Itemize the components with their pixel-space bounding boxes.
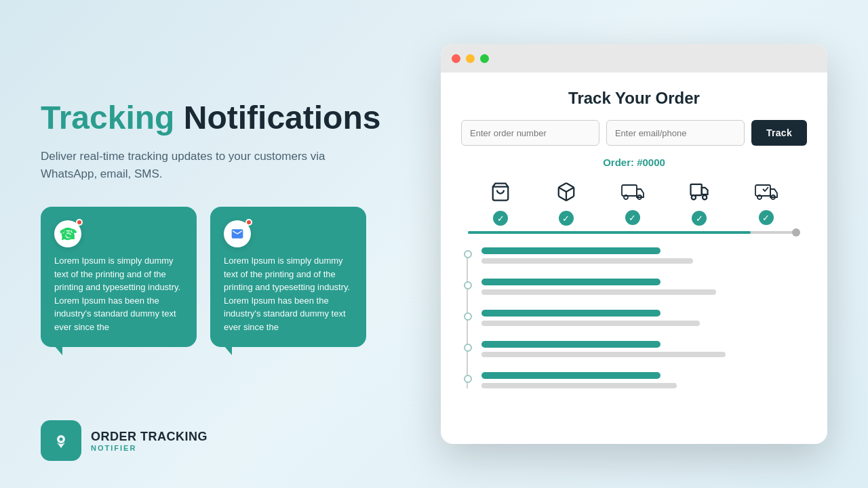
timeline-dot-4 <box>464 344 472 352</box>
email-card-text: Lorem Ipsum is simply dummy text of the … <box>224 256 350 332</box>
package-icon <box>556 182 576 207</box>
progress-dot <box>792 228 800 237</box>
svg-rect-5 <box>622 185 637 196</box>
svg-point-9 <box>692 195 696 199</box>
svg-rect-8 <box>691 184 702 195</box>
timeline-item-3 <box>481 310 807 326</box>
timeline-secondary-bar-3 <box>481 321 700 326</box>
email-icon-wrapper <box>224 220 251 247</box>
truck-icon <box>621 182 644 206</box>
timeline-dot-5 <box>464 375 472 383</box>
timeline-secondary-bar-4 <box>481 352 726 357</box>
whatsapp-svg-icon <box>60 226 75 241</box>
headline: Tracking Notifications <box>41 100 393 136</box>
delivered-icon <box>755 182 778 206</box>
track-form: Track <box>461 120 807 146</box>
status-check-5: ✓ <box>759 210 774 225</box>
cart-icon <box>490 182 511 207</box>
svg-rect-11 <box>755 185 770 196</box>
logo-main-text: ORDER TRACKING <box>91 430 208 444</box>
timeline-secondary-bar-5 <box>481 383 677 388</box>
timeline-dot-1 <box>464 250 472 258</box>
timeline-secondary-bar-1 <box>481 258 693 264</box>
timeline-item-5 <box>481 372 807 388</box>
status-step-cart: ✓ <box>490 182 511 226</box>
svg-point-6 <box>624 195 628 199</box>
browser-content: Track Your Order Track Order: #0000 ✓ <box>441 73 827 444</box>
timeline-primary-bar-5 <box>481 372 660 379</box>
timeline-primary-bar-3 <box>481 310 660 317</box>
timeline-dot-3 <box>464 312 472 321</box>
email-notif-dot <box>245 219 252 226</box>
svg-point-10 <box>703 195 707 199</box>
whatsapp-chat-card: ☎ Lorem Ipsum is simply dummy text of th… <box>41 207 197 347</box>
logo-sub-text: NOTIFIER <box>91 444 208 452</box>
browser-dot-red <box>452 54 460 63</box>
whatsapp-icon-wrapper: ☎ <box>54 220 81 247</box>
left-panel: Tracking Notifications Deliver real-time… <box>41 100 393 388</box>
browser-bar <box>441 44 827 73</box>
order-number-input[interactable] <box>461 120 599 146</box>
delivery-icon <box>689 182 709 207</box>
status-step-shipped: ✓ <box>621 182 644 225</box>
status-step-package: ✓ <box>556 182 576 226</box>
subtitle: Deliver real-time tracking updates to yo… <box>41 148 326 182</box>
order-number-display: Order: #0000 <box>461 157 807 168</box>
email-svg-icon <box>231 227 244 241</box>
timeline-primary-bar-2 <box>481 279 660 285</box>
browser-dot-green <box>480 54 489 63</box>
timeline-primary-bar-4 <box>481 341 660 348</box>
logo-svg <box>50 429 73 452</box>
timeline-secondary-bar-2 <box>481 289 716 295</box>
browser-window: Track Your Order Track Order: #0000 ✓ <box>441 44 827 444</box>
status-icons-row: ✓ ✓ <box>461 182 807 226</box>
timeline <box>461 247 807 388</box>
logo-icon <box>41 420 81 461</box>
track-title: Track Your Order <box>461 89 807 108</box>
status-check-1: ✓ <box>493 211 508 226</box>
whatsapp-card-text: Lorem Ipsum is simply dummy text of the … <box>54 256 180 332</box>
status-check-4: ✓ <box>692 211 707 226</box>
status-check-2: ✓ <box>559 211 574 226</box>
email-phone-input[interactable] <box>606 120 745 146</box>
chat-cards-container: ☎ Lorem Ipsum is simply dummy text of th… <box>41 207 393 347</box>
headline-rest: Notifications <box>174 100 380 136</box>
track-button[interactable]: Track <box>751 120 807 146</box>
progress-bar-container <box>468 231 800 234</box>
progress-bar-fill <box>468 231 751 234</box>
timeline-dot-2 <box>464 281 472 289</box>
svg-point-2 <box>60 438 63 441</box>
status-step-delivered: ✓ <box>755 182 778 225</box>
timeline-item-2 <box>481 279 807 295</box>
email-chat-card: Lorem Ipsum is simply dummy text of the … <box>210 207 366 347</box>
whatsapp-notif-dot <box>76 219 83 226</box>
headline-highlight: Tracking <box>41 100 174 136</box>
timeline-primary-bar-1 <box>481 247 660 254</box>
svg-point-12 <box>757 195 762 199</box>
browser-dot-yellow <box>466 54 475 63</box>
logo-text: ORDER TRACKING NOTIFIER <box>91 430 208 452</box>
logo-bar: ORDER TRACKING NOTIFIER <box>41 420 208 461</box>
timeline-item-4 <box>481 341 807 357</box>
status-step-out-delivery: ✓ <box>689 182 709 226</box>
status-check-3: ✓ <box>625 210 640 225</box>
timeline-item-1 <box>481 247 807 264</box>
